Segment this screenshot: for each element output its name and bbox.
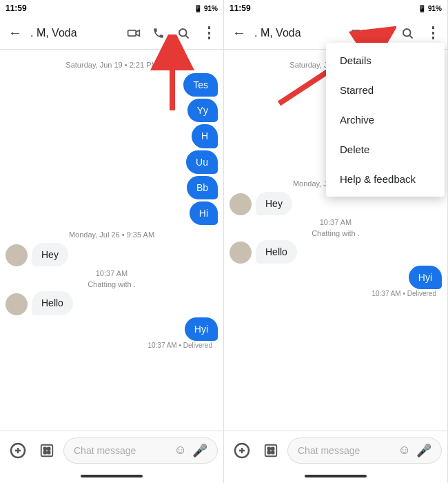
input-placeholder-left: Chat message xyxy=(74,445,169,456)
bubble-row-hey-left: Hey xyxy=(6,243,218,266)
svg-marker-15 xyxy=(360,30,363,35)
dropdown-item-details[interactable]: Details xyxy=(326,46,445,75)
system-time-right: 10:37 AM xyxy=(230,218,442,226)
chat-area-left: Saturday, Jun 19 • 2:21 PM Tes Yy H Uu B… xyxy=(0,50,223,431)
delivered-label-left: 10:37 AM • Delivered xyxy=(6,342,218,349)
right-panel: 11:59 📱 91% ← . M, Voda xyxy=(224,0,448,483)
svg-rect-11 xyxy=(48,451,50,453)
phone-call-button-left[interactable] xyxy=(146,21,171,46)
chat-title-left: . M, Voda xyxy=(28,27,121,39)
date-label-2-left: Monday, Jul 26 • 9:35 AM xyxy=(6,230,218,239)
dropdown-item-archive[interactable]: Archive xyxy=(326,105,445,135)
bubble-row-hello-left: Hello xyxy=(6,291,218,315)
message-input-left[interactable]: Chat message ☺ 🎤 xyxy=(63,437,218,464)
system-time-left: 10:37 AM xyxy=(6,269,218,277)
bubble-hey-left: Hey xyxy=(32,243,68,266)
system-chatting-left: Chatting with . xyxy=(6,280,218,288)
bubble-row-hyi-left: Hyi xyxy=(6,317,218,341)
more-button-left[interactable]: ⋮ xyxy=(196,21,221,46)
more-button-right[interactable]: ⋮ xyxy=(420,21,445,46)
bubble-row-tes: Tes xyxy=(6,73,218,97)
bubble-uu: Uu xyxy=(186,150,218,174)
input-bar-right: Chat message ☺ 🎤 xyxy=(224,431,447,469)
status-bar-right: 11:59 📱 91% xyxy=(224,0,447,17)
svg-line-3 xyxy=(185,35,188,38)
dropdown-item-help[interactable]: Help & feedback xyxy=(326,164,445,194)
home-bar-left xyxy=(81,475,143,477)
mic-button-right[interactable]: 🎤 xyxy=(416,443,431,458)
avatar-hello-left xyxy=(6,293,28,315)
bubble-hello-left: Hello xyxy=(32,291,73,315)
svg-point-2 xyxy=(179,29,187,37)
bubble-hyi-left: Hyi xyxy=(185,317,218,341)
message-input-right[interactable]: Chat message ☺ 🎤 xyxy=(287,437,442,464)
bubble-yy: Yy xyxy=(187,99,218,122)
svg-rect-25 xyxy=(272,451,274,453)
bubble-hello-right: Hello xyxy=(256,240,297,264)
bubble-row-uu: Uu xyxy=(6,150,218,174)
svg-rect-9 xyxy=(48,447,50,450)
bubble-hi: Hi xyxy=(190,201,218,225)
video-call-button-right[interactable] xyxy=(345,21,370,46)
plus-button-left[interactable] xyxy=(6,438,30,463)
bubble-row-hyi-right: Hyi xyxy=(230,266,442,289)
svg-rect-7 xyxy=(41,444,53,456)
phone-call-button-right[interactable] xyxy=(370,21,395,46)
system-chatting-right: Chatting with . xyxy=(230,229,442,237)
bubble-row-h: H xyxy=(6,124,218,148)
home-bar-right xyxy=(305,475,367,477)
search-button-right[interactable] xyxy=(395,21,420,46)
svg-marker-1 xyxy=(136,30,139,35)
bubble-row-yy: Yy xyxy=(6,99,218,122)
input-bar-left: Chat message ☺ 🎤 xyxy=(0,431,223,469)
svg-rect-8 xyxy=(43,447,46,450)
avatar-hey-left xyxy=(6,244,28,266)
svg-rect-23 xyxy=(272,447,274,450)
time-right: 11:59 xyxy=(230,3,251,13)
search-button-left[interactable] xyxy=(171,21,196,46)
bubble-tes: Tes xyxy=(183,73,218,97)
status-bar-left: 11:59 📱 91% xyxy=(0,0,223,17)
svg-line-17 xyxy=(409,35,412,38)
svg-rect-24 xyxy=(267,451,270,453)
attach-button-right[interactable] xyxy=(258,438,283,463)
svg-rect-10 xyxy=(43,451,46,453)
back-button-right[interactable]: ← xyxy=(227,19,252,46)
mic-button-left[interactable]: 🎤 xyxy=(192,443,207,458)
bubble-h: H xyxy=(192,124,218,148)
status-icons-right: 📱 91% xyxy=(418,5,442,12)
toolbar-icons-left: ⋮ xyxy=(121,21,221,46)
dropdown-item-delete[interactable]: Delete xyxy=(326,135,445,164)
status-icons-left: 📱 91% xyxy=(194,5,218,12)
svg-rect-21 xyxy=(265,444,277,456)
left-panel: 11:59 📱 91% ← . M, Voda xyxy=(0,0,224,483)
svg-rect-0 xyxy=(128,30,136,35)
time-left: 11:59 xyxy=(6,3,27,13)
svg-point-16 xyxy=(403,29,411,37)
avatar-hey-right xyxy=(230,193,252,215)
bubble-hyi-right: Hyi xyxy=(409,266,442,289)
input-placeholder-right: Chat message xyxy=(298,445,393,456)
avatar-hello-right xyxy=(230,241,252,264)
home-indicator-right xyxy=(224,469,447,483)
dropdown-item-starred[interactable]: Starred xyxy=(326,75,445,105)
emoji-button-right[interactable]: ☺ xyxy=(398,443,411,457)
delivered-label-right: 10:37 AM • Delivered xyxy=(230,290,442,297)
video-call-button-left[interactable] xyxy=(121,21,146,46)
emoji-button-left[interactable]: ☺ xyxy=(174,443,187,457)
svg-rect-14 xyxy=(352,30,360,35)
date-label-1-left: Saturday, Jun 19 • 2:21 PM xyxy=(6,61,218,69)
bubble-row-hi: Hi xyxy=(6,201,218,225)
svg-rect-22 xyxy=(267,447,270,450)
back-button-left[interactable]: ← xyxy=(3,19,28,46)
home-indicator-left xyxy=(0,469,223,483)
toolbar-icons-right: ⋮ xyxy=(345,21,445,46)
bubble-row-hello-right: Hello xyxy=(230,240,442,264)
chat-title-right: . M, Voda xyxy=(252,27,345,39)
attach-button-left[interactable] xyxy=(34,438,59,463)
plus-button-right[interactable] xyxy=(230,438,254,463)
toolbar-left: ← . M, Voda ⋮ xyxy=(0,17,223,50)
bubble-bb: Bb xyxy=(187,176,218,199)
bubble-row-bb: Bb xyxy=(6,176,218,199)
bubble-hey-right: Hey xyxy=(256,192,292,215)
